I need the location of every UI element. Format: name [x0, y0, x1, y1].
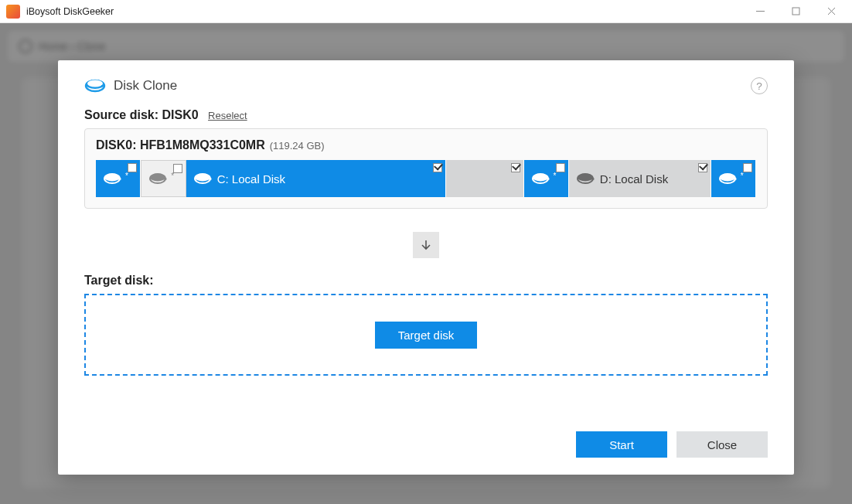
- partition-row: **C: Local Disk*D: Local Disk*: [96, 160, 756, 197]
- target-disk-dropzone[interactable]: Target disk: [84, 294, 768, 376]
- partition-c-tail[interactable]: [446, 160, 523, 197]
- svg-rect-24: [591, 179, 595, 180]
- minimize-button[interactable]: [742, 0, 778, 23]
- source-disk-name: DISK0: HFB1M8MQ331C0MR (119.24 GB): [96, 138, 756, 152]
- svg-rect-12: [164, 179, 167, 180]
- arrow-down-icon: [413, 232, 439, 258]
- svg-point-3: [87, 80, 103, 87]
- app-icon: [6, 5, 20, 19]
- source-disk-panel: DISK0: HFB1M8MQ331C0MR (119.24 GB) **C: …: [84, 128, 768, 209]
- svg-rect-28: [734, 179, 737, 180]
- titlebar: iBoysoft DiskGeeker: [0, 0, 852, 23]
- svg-rect-8: [118, 179, 121, 180]
- partition-4[interactable]: D: Local Disk: [569, 160, 711, 197]
- dialog-title: Disk Clone: [114, 78, 177, 94]
- choose-target-disk-button[interactable]: Target disk: [375, 322, 478, 349]
- partition-3[interactable]: *: [524, 160, 569, 197]
- help-button[interactable]: ?: [751, 77, 768, 94]
- start-button[interactable]: Start: [576, 431, 667, 458]
- window-title: iBoysoft DiskGeeker: [26, 6, 114, 17]
- svg-rect-4: [101, 85, 104, 87]
- reselect-link[interactable]: Reselect: [208, 110, 247, 121]
- partition-1[interactable]: *: [141, 160, 186, 197]
- partition-5[interactable]: *: [711, 160, 756, 197]
- svg-rect-16: [209, 179, 212, 180]
- window-controls: [742, 0, 849, 23]
- disk-clone-dialog: Disk Clone ? Source disk: DISK0 Reselect…: [58, 60, 794, 475]
- disk-clone-icon: [84, 78, 106, 94]
- svg-rect-20: [547, 179, 550, 180]
- target-disk-label: Target disk:: [84, 274, 768, 288]
- source-disk-label: Source disk: DISK0 Reselect: [84, 108, 768, 122]
- partition-0[interactable]: *: [96, 160, 141, 197]
- maximize-button[interactable]: [778, 0, 813, 23]
- svg-rect-0: [792, 8, 799, 15]
- partition-2[interactable]: C: Local Disk: [186, 160, 447, 197]
- close-window-button[interactable]: [813, 0, 849, 23]
- close-button[interactable]: Close: [676, 431, 768, 458]
